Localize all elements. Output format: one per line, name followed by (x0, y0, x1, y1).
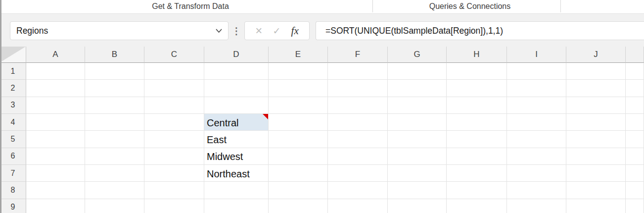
column-header-H[interactable]: H (447, 47, 507, 63)
cell-H7[interactable] (447, 165, 507, 182)
cell-K7[interactable] (626, 165, 644, 182)
column-header-C[interactable]: C (144, 47, 204, 63)
cell-F4[interactable] (328, 114, 388, 131)
column-header-G[interactable]: G (388, 47, 447, 63)
cell-B7[interactable] (85, 165, 144, 182)
column-header-D[interactable]: D (204, 47, 269, 63)
cell-E1[interactable] (269, 63, 328, 80)
cell-G7[interactable] (388, 165, 447, 182)
cell-I7[interactable] (507, 165, 566, 182)
cell-D3[interactable] (204, 97, 269, 114)
cell-I6[interactable] (507, 148, 566, 165)
cell-D4[interactable]: Central (204, 114, 269, 131)
row-header-7[interactable]: 7 (0, 165, 26, 182)
cell-H6[interactable] (447, 148, 507, 165)
row-header-5[interactable]: 5 (0, 131, 26, 148)
cell-I1[interactable] (507, 63, 566, 80)
cell-B9[interactable] (85, 199, 144, 213)
cell-A7[interactable] (26, 165, 85, 182)
cell-E5[interactable] (269, 131, 328, 148)
cell-C4[interactable] (144, 114, 204, 131)
cell-H1[interactable] (447, 63, 507, 80)
cell-G4[interactable] (388, 114, 447, 131)
row-header-4[interactable]: 4 (0, 114, 26, 131)
cell-F7[interactable] (328, 165, 388, 182)
cell-H3[interactable] (447, 97, 507, 114)
cell-E4[interactable] (269, 114, 328, 131)
column-header-F[interactable]: F (328, 47, 388, 63)
cell-D5[interactable]: East (204, 131, 269, 148)
cell-K3[interactable] (626, 97, 644, 114)
cell-F8[interactable] (328, 182, 388, 199)
cell-D8[interactable] (204, 182, 269, 199)
cell-A5[interactable] (26, 131, 85, 148)
cell-A2[interactable] (26, 80, 85, 97)
name-box[interactable]: Regions (10, 21, 229, 40)
cell-E2[interactable] (269, 80, 328, 97)
cell-K8[interactable] (626, 182, 644, 199)
cell-J6[interactable] (566, 148, 626, 165)
cell-E3[interactable] (269, 97, 328, 114)
cell-C9[interactable] (144, 199, 204, 213)
cell-J1[interactable] (566, 63, 626, 80)
cell-C1[interactable] (144, 63, 204, 80)
cell-D6[interactable]: Midwest (204, 148, 269, 165)
cell-I8[interactable] (507, 182, 566, 199)
cell-C8[interactable] (144, 182, 204, 199)
cell-B1[interactable] (85, 63, 144, 80)
cell-B2[interactable] (85, 80, 144, 97)
cell-G2[interactable] (388, 80, 447, 97)
cell-C6[interactable] (144, 148, 204, 165)
cell-J3[interactable] (566, 97, 626, 114)
cell-I3[interactable] (507, 97, 566, 114)
row-header-1[interactable]: 1 (0, 63, 26, 80)
cell-H5[interactable] (447, 131, 507, 148)
cell-J5[interactable] (566, 131, 626, 148)
cell-B3[interactable] (85, 97, 144, 114)
cell-G5[interactable] (388, 131, 447, 148)
cell-E8[interactable] (269, 182, 328, 199)
cell-D2[interactable] (204, 80, 269, 97)
cell-F6[interactable] (328, 148, 388, 165)
cell-A9[interactable] (26, 199, 85, 213)
cell-C3[interactable] (144, 97, 204, 114)
cell-G9[interactable] (388, 199, 447, 213)
cell-B4[interactable] (85, 114, 144, 131)
formula-input[interactable]: =SORT(UNIQUE(tblSampleData[Region]),1,1) (316, 21, 644, 40)
cell-K6[interactable] (626, 148, 644, 165)
column-header-J[interactable]: J (566, 47, 626, 63)
cell-H8[interactable] (447, 182, 507, 199)
cell-H4[interactable] (447, 114, 507, 131)
cell-K2[interactable] (626, 80, 644, 97)
cell-I4[interactable] (507, 114, 566, 131)
cell-K5[interactable] (626, 131, 644, 148)
chevron-down-icon[interactable] (216, 29, 222, 33)
cell-I5[interactable] (507, 131, 566, 148)
insert-function-button[interactable]: fx (291, 25, 299, 37)
cell-G1[interactable] (388, 63, 447, 80)
cell-K1[interactable] (626, 63, 644, 80)
cell-K9[interactable] (626, 199, 644, 213)
row-header-8[interactable]: 8 (0, 182, 26, 199)
column-header-E[interactable]: E (269, 47, 328, 63)
column-header-clipped[interactable] (626, 47, 644, 63)
cell-J4[interactable] (566, 114, 626, 131)
cell-B5[interactable] (85, 131, 144, 148)
cell-F3[interactable] (328, 97, 388, 114)
cell-K4[interactable] (626, 114, 644, 131)
row-header-2[interactable]: 2 (0, 80, 26, 97)
cell-F5[interactable] (328, 131, 388, 148)
vertical-dots-icon[interactable]: ⋮ (232, 21, 241, 40)
cell-B8[interactable] (85, 182, 144, 199)
column-header-I[interactable]: I (507, 47, 566, 63)
cell-D9[interactable] (204, 199, 269, 213)
cell-G8[interactable] (388, 182, 447, 199)
cell-A6[interactable] (26, 148, 85, 165)
cell-J2[interactable] (566, 80, 626, 97)
cell-D1[interactable] (204, 63, 269, 80)
cell-A8[interactable] (26, 182, 85, 199)
cell-G3[interactable] (388, 97, 447, 114)
cell-I9[interactable] (507, 199, 566, 213)
cell-C7[interactable] (144, 165, 204, 182)
row-header-9[interactable]: 9 (0, 199, 26, 213)
